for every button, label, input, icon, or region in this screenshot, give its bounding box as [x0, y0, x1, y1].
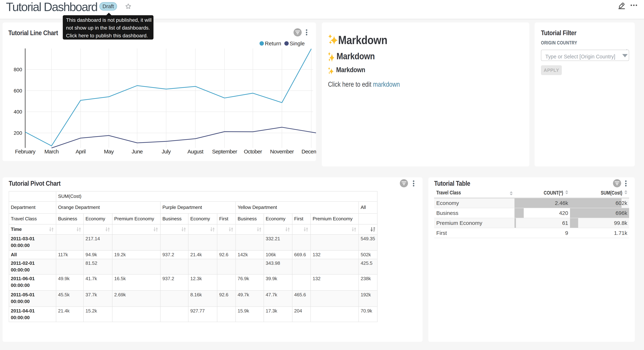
svg-text:November: November	[270, 148, 294, 154]
svg-text:July: July	[162, 148, 171, 154]
svg-text:600: 600	[14, 88, 22, 94]
svg-text:April: April	[76, 148, 86, 154]
svg-text:Return: Return	[265, 40, 281, 46]
svg-text:400: 400	[14, 109, 22, 114]
svg-text:December: December	[302, 148, 316, 154]
svg-text:May: May	[104, 148, 114, 154]
svg-text:June: June	[132, 148, 142, 154]
svg-text:March: March	[44, 148, 58, 154]
svg-text:200: 200	[14, 130, 22, 136]
svg-text:800: 800	[14, 67, 22, 72]
svg-text:October: October	[244, 148, 262, 154]
svg-text:Single: Single	[290, 40, 304, 46]
svg-text:February: February	[15, 148, 36, 154]
svg-text:September: September	[212, 148, 237, 154]
svg-text:August: August	[188, 148, 204, 154]
